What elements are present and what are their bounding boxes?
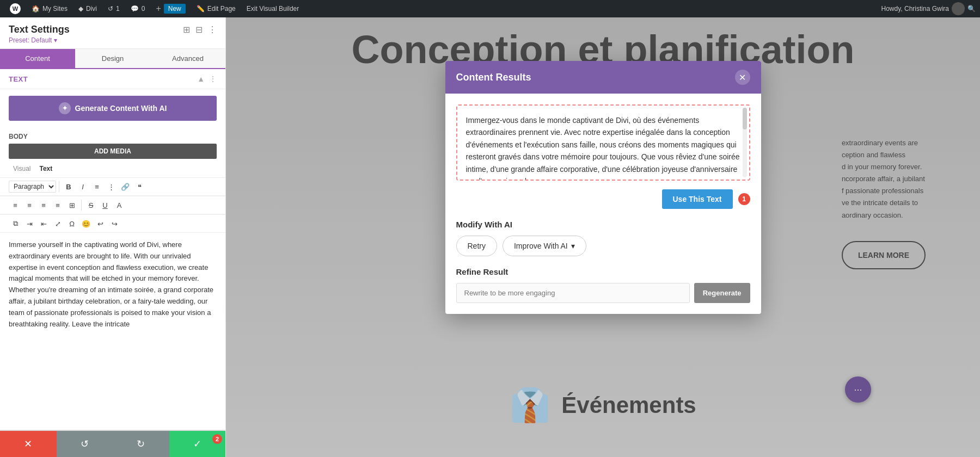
modal-header: Content Results ✕: [445, 61, 761, 94]
use-text-row: Use This Text 1: [456, 189, 750, 209]
toolbar-divider-1: [59, 181, 59, 192]
editor-tabs: Visual Text: [0, 163, 225, 177]
panel-tabs: Content Design Advanced: [0, 49, 225, 69]
italic-button[interactable]: I: [76, 180, 89, 193]
table-button[interactable]: ⊞: [65, 199, 78, 212]
outdent-button[interactable]: ⇤: [37, 217, 50, 230]
redo-button[interactable]: ↻: [113, 431, 169, 457]
retry-button[interactable]: Retry: [456, 236, 497, 256]
user-avatar[interactable]: [952, 2, 965, 15]
save-button[interactable]: ✓ 2: [169, 431, 226, 457]
pencil-icon: ✏️: [197, 5, 205, 13]
save-icon: ✓: [193, 438, 201, 450]
editor-tab-text[interactable]: Text: [35, 163, 57, 174]
indent-button[interactable]: ⇥: [23, 217, 36, 230]
my-sites-menu[interactable]: 🏠 My Sites: [26, 0, 73, 17]
modify-label: Modify With AI: [456, 220, 750, 229]
comments-count: 1: [116, 5, 120, 13]
align-justify-button[interactable]: ≡: [51, 199, 64, 212]
add-media-button[interactable]: ADD MEDIA: [9, 144, 217, 159]
refine-row: Regenerate: [456, 283, 750, 303]
blockquote-button[interactable]: ❝: [133, 180, 146, 193]
section-collapse-icon[interactable]: ▲: [197, 75, 205, 83]
right-canvas: Conception et planification d'événements…: [226, 17, 980, 457]
result-scrollbar[interactable]: [743, 108, 747, 177]
edit-page-menu[interactable]: ✏️ Edit Page: [191, 0, 241, 17]
editor-toolbar-row3: ⧉ ⇥ ⇤ ⤢ Ω 😊 ↩ ↪: [0, 214, 225, 233]
improve-with-ai-button[interactable]: Improve With AI ▾: [503, 236, 586, 256]
section-controls: ▲ ⋮: [197, 75, 217, 83]
modal-close-button[interactable]: ✕: [735, 70, 750, 85]
modal-title: Content Results: [456, 72, 531, 83]
regenerate-button[interactable]: Regenerate: [694, 283, 750, 303]
comment-bubble-menu[interactable]: 💬 0: [125, 0, 151, 17]
panel-preset[interactable]: Preset: Default ▾: [9, 36, 217, 44]
use-this-text-button[interactable]: Use This Text: [662, 189, 733, 209]
user-greeting: Howdy, Christina Gwira: [881, 5, 949, 13]
divi-icon: ◆: [78, 5, 83, 13]
bold-button[interactable]: B: [62, 180, 75, 193]
fullscreen-button[interactable]: ⤢: [51, 217, 64, 230]
ordered-list-button[interactable]: ⋮: [105, 180, 118, 193]
loop-icon: ↺: [108, 5, 113, 13]
content-results-modal: Content Results ✕ Immergez-vous dans le …: [445, 61, 761, 314]
panel-icon-layout[interactable]: ⊟: [195, 24, 203, 35]
align-center-button[interactable]: ≡: [23, 199, 36, 212]
text-section-header: Text ▲ ⋮: [0, 69, 225, 89]
bottom-bar: ✕ ↺ ↻ ✓ 2: [0, 430, 225, 457]
panel-icon-copy[interactable]: ⊞: [183, 24, 190, 35]
new-menu[interactable]: + New: [150, 0, 191, 17]
editor-tab-visual[interactable]: Visual: [9, 163, 35, 174]
emoji-button[interactable]: 😊: [79, 217, 93, 230]
wp-logo[interactable]: W: [4, 0, 26, 17]
improve-label: Improve With AI: [514, 242, 568, 250]
special-char-button[interactable]: Ω: [65, 217, 78, 230]
save-badge: 2: [212, 434, 222, 444]
editor-toolbar-row2: ≡ ≡ ≡ ≡ ⊞ S U A: [0, 196, 225, 214]
wp-icon: W: [10, 3, 21, 14]
content-result-box[interactable]: Immergez-vous dans le monde captivant de…: [456, 104, 750, 181]
generate-content-button[interactable]: ✦ Generate Content With AI: [9, 96, 217, 121]
result-text: Immergez-vous dans le monde captivant de…: [466, 116, 740, 181]
admin-bar: W 🏠 My Sites ◆ Divi ↺ 1 💬 0 + New ✏️ Edi…: [0, 0, 980, 17]
improve-chevron-icon: ▾: [571, 242, 575, 250]
refine-label: Refine Result: [456, 267, 750, 276]
color-button[interactable]: A: [113, 199, 126, 212]
divi-menu[interactable]: ◆ Divi: [73, 0, 102, 17]
section-title: Text: [9, 75, 28, 83]
new-label: New: [164, 4, 186, 14]
paste-button[interactable]: ⧉: [9, 217, 22, 230]
panel-title-icons: ⊞ ⊟ ⋮: [183, 24, 217, 35]
admin-bar-right: Howdy, Christina Gwira 🔍: [881, 2, 976, 15]
edit-page-label: Edit Page: [207, 5, 236, 13]
tab-advanced[interactable]: Advanced: [150, 49, 225, 68]
strikethrough-button[interactable]: S: [84, 199, 97, 212]
tab-content[interactable]: Content: [0, 49, 75, 68]
align-right-button[interactable]: ≡: [37, 199, 50, 212]
comments-menu[interactable]: ↺ 1: [102, 0, 125, 17]
redo-toolbar-button[interactable]: ↪: [108, 217, 121, 230]
divi-label: Divi: [86, 5, 97, 13]
my-sites-label: My Sites: [42, 5, 68, 13]
plus-icon: +: [156, 4, 161, 14]
tab-design[interactable]: Design: [75, 49, 150, 68]
underline-button[interactable]: U: [99, 199, 112, 212]
panel-icon-more[interactable]: ⋮: [208, 24, 217, 35]
editor-content[interactable]: Immerse yourself in the captivating worl…: [0, 233, 225, 430]
toolbar-divider-2: [81, 200, 82, 211]
unordered-list-button[interactable]: ≡: [90, 180, 103, 193]
align-left-button[interactable]: ≡: [9, 199, 22, 212]
result-scrollbar-thumb: [743, 108, 747, 129]
undo-toolbar-button[interactable]: ↩: [94, 217, 107, 230]
search-icon[interactable]: 🔍: [967, 5, 976, 13]
refine-input[interactable]: [456, 283, 690, 303]
section-more-icon[interactable]: ⋮: [209, 75, 217, 83]
undo-button[interactable]: ↺: [57, 431, 113, 457]
link-button[interactable]: 🔗: [119, 180, 132, 193]
exit-visual-builder-menu[interactable]: Exit Visual Builder: [241, 0, 305, 17]
paragraph-select[interactable]: Paragraph: [9, 181, 56, 193]
left-panel: Text Settings ⊞ ⊟ ⋮ Preset: Default ▾ Co…: [0, 17, 226, 457]
refine-section: Refine Result Regenerate: [456, 267, 750, 303]
panel-header: Text Settings ⊞ ⊟ ⋮ Preset: Default ▾: [0, 17, 225, 49]
cancel-button[interactable]: ✕: [0, 431, 57, 457]
